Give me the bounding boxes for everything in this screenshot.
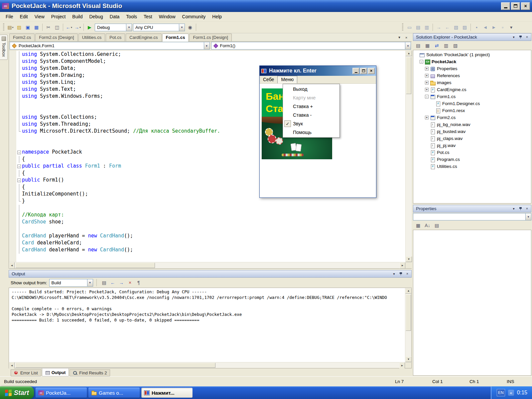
toggle-bookmark-icon[interactable]: ▪	[472, 23, 481, 32]
output-text[interactable]: ------ Build started: Project: PocketJac…	[9, 288, 405, 362]
scroll-up-icon[interactable]: ▲	[405, 288, 412, 294]
display-member-list-icon[interactable]: ▤	[414, 23, 422, 32]
uncomment-selection-icon[interactable]: ▨	[461, 23, 469, 32]
taskbar-button-3[interactable]: Нажмит...	[141, 388, 193, 398]
close-panel-button[interactable]: ×	[405, 271, 410, 276]
expander-icon[interactable]: -	[420, 60, 423, 64]
scroll-right-icon[interactable]: ►	[399, 362, 405, 369]
copy-icon[interactable]: ◫	[53, 23, 61, 32]
add-new-item-icon[interactable]: ▤	[6, 23, 15, 32]
menu-data[interactable]: Data	[107, 13, 123, 21]
tree-item[interactable]: Solution 'PocketJack' (1 project)	[413, 51, 531, 58]
decrease-indent-icon[interactable]: ←	[443, 23, 452, 32]
next-bookmark-icon[interactable]: ►	[490, 23, 498, 32]
scroll-left-icon[interactable]: ◄	[9, 362, 15, 369]
undo-icon[interactable]: ←	[65, 23, 73, 32]
tray-expand-chevron-icon[interactable]: «	[508, 390, 514, 396]
menu-window[interactable]: Window	[156, 13, 179, 21]
tree-item[interactable]: pj_bg_noise.wav	[413, 121, 531, 128]
chevron-down-icon[interactable]: ▾	[87, 279, 93, 286]
properties-object-combo[interactable]: ▾	[413, 213, 531, 220]
increase-indent-icon[interactable]: →	[435, 23, 443, 32]
properties-panel-header[interactable]: Properties ▾ ×	[413, 205, 531, 212]
scrollbar-thumb[interactable]	[15, 263, 155, 268]
code-line[interactable]	[16, 226, 405, 233]
start-button[interactable]: Start	[0, 386, 34, 399]
refresh-icon[interactable]: ⇄	[433, 41, 441, 50]
view-code-icon[interactable]: ▥	[442, 41, 450, 50]
tree-item[interactable]: Form1.Designer.cs	[413, 100, 531, 107]
save-icon[interactable]: ▣	[24, 23, 32, 32]
clear-bookmarks-icon[interactable]: ▫	[498, 23, 507, 32]
taskbar-button-1[interactable]: PocketJa...	[36, 388, 87, 398]
menu-edit[interactable]: Edit	[17, 13, 31, 21]
code-line[interactable]: using System.ComponentModel;	[16, 58, 405, 65]
auto-hide-pin-button[interactable]	[518, 206, 523, 211]
toolbar-options-icon[interactable]: ▾	[507, 23, 515, 32]
scrollbar-thumb[interactable]	[15, 363, 215, 368]
panel-tab-find-results-2[interactable]: Find Results 2	[69, 369, 110, 376]
tab-pot-cs[interactable]: Pot.cs	[106, 34, 125, 41]
scrollbar-track[interactable]	[15, 262, 400, 268]
toolbox-tab[interactable]: Toolbox	[0, 35, 8, 60]
toolbar-grip[interactable]	[402, 23, 403, 31]
taskbar-button-2[interactable]: Games o...	[88, 388, 140, 398]
collapse-region-icon[interactable]: -	[17, 165, 21, 168]
auto-hide-pin-button[interactable]	[398, 271, 403, 276]
window-position-button[interactable]: ▾	[391, 271, 397, 276]
collapse-region-icon[interactable]: -	[17, 179, 21, 182]
expander-icon[interactable]: +	[425, 67, 429, 70]
properties-grid[interactable]	[413, 230, 531, 376]
toolbar-grip[interactable]	[3, 23, 4, 31]
menu-debug[interactable]: Debug	[86, 13, 106, 21]
window-position-button[interactable]: ▾	[511, 206, 516, 211]
solution-platforms-combo[interactable]: Any CPU ▾	[133, 24, 185, 31]
language-indicator[interactable]: EN	[497, 389, 505, 396]
start-debugging-icon[interactable]: ▶	[85, 23, 94, 32]
minimize-button[interactable]	[501, 2, 510, 10]
redo-icon[interactable]: →	[73, 23, 82, 32]
categorized-icon[interactable]: ▦	[414, 221, 422, 230]
find-message-icon[interactable]: ▤	[100, 279, 108, 287]
game-menu-item-deal-card[interactable]: Карту мне	[284, 93, 339, 102]
alphabetical-icon[interactable]: A↓	[423, 221, 432, 230]
toggle-outlining-icon[interactable]: ▭	[405, 23, 414, 32]
output-horizontal-scrollbar[interactable]: ◄ ►	[9, 362, 412, 368]
tree-item[interactable]: Utilities.cs	[413, 163, 531, 170]
tree-item[interactable]: Pot.cs	[413, 149, 531, 156]
tree-item[interactable]: +images	[413, 79, 531, 86]
editor-horizontal-scrollbar[interactable]: ◄ ►	[9, 262, 412, 268]
go-to-next-message-icon[interactable]: →	[117, 279, 126, 287]
scrollbar-thumb[interactable]	[406, 294, 411, 331]
previous-bookmark-icon[interactable]: ◄	[481, 23, 489, 32]
menu-tools[interactable]: Tools	[123, 13, 140, 21]
code-line[interactable]: }	[16, 198, 405, 205]
menu-test[interactable]: Test	[141, 13, 155, 21]
code-line[interactable]: CardShoe shoe;	[16, 219, 405, 226]
game-close-button[interactable]: ×	[368, 68, 375, 74]
menu-project[interactable]: Project	[48, 13, 69, 21]
expander-icon[interactable]: +	[425, 88, 429, 91]
game-menu-item-bet-increase[interactable]: Ставка +	[284, 102, 339, 111]
panel-tab-output[interactable]: Output	[42, 368, 69, 376]
properties-window-icon[interactable]: ▤	[414, 41, 422, 50]
collapse-region-icon[interactable]: -	[17, 151, 21, 154]
tab-form2-cs[interactable]: Form2.cs	[9, 34, 35, 41]
menu-view[interactable]: View	[32, 13, 48, 21]
scrollbar-thumb[interactable]	[406, 57, 411, 94]
game-menu-self[interactable]: Себе	[260, 76, 277, 83]
chevron-down-icon[interactable]: ▾	[405, 42, 411, 49]
menu-build[interactable]: Build	[69, 13, 85, 21]
menu-help[interactable]: Help	[209, 13, 225, 21]
game-minimize-button[interactable]	[352, 68, 359, 74]
code-line[interactable]: Card dealerHoleCard;	[16, 240, 405, 247]
tab-form2-cs-design-[interactable]: Form2.cs [Design]	[35, 34, 77, 41]
tree-item[interactable]: +References	[413, 72, 531, 79]
scrollbar-track[interactable]	[406, 56, 412, 256]
tab-form1-cs-design-[interactable]: Form1.cs [Design]	[189, 34, 231, 41]
tab-cardengine-cs[interactable]: CardEngine.cs	[126, 34, 161, 41]
tree-item[interactable]: +CardEngine.cs	[413, 86, 531, 93]
types-dropdown[interactable]: PocketJack.Form1 ▾	[10, 42, 210, 50]
menu-community[interactable]: Community	[179, 13, 209, 21]
output-panel-header[interactable]: Output ▾ ×	[9, 270, 412, 278]
